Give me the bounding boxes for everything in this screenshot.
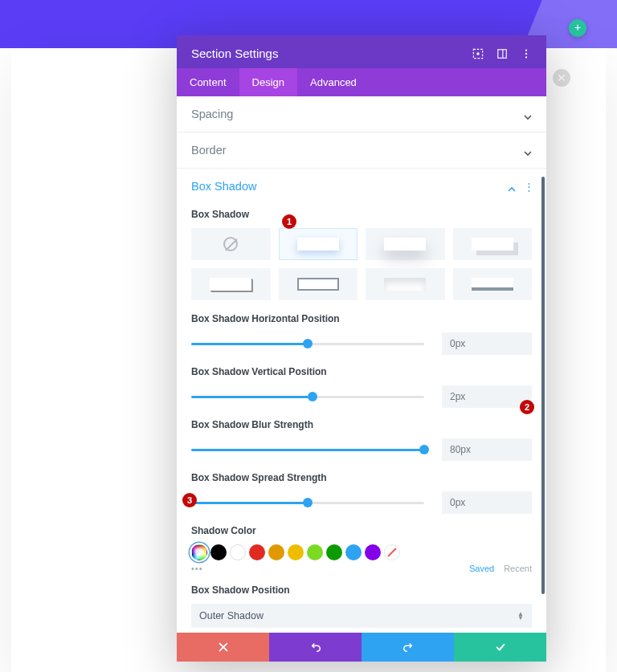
swatch-white[interactable] xyxy=(230,544,246,560)
swatch-lightorange[interactable] xyxy=(288,544,304,560)
redo-icon xyxy=(402,641,414,653)
modal-body: Spacing Border Box Shadow xyxy=(177,96,546,633)
slider-blur-value[interactable]: 80px xyxy=(442,438,532,461)
preset-5[interactable] xyxy=(279,268,358,300)
svg-point-6 xyxy=(525,56,527,58)
modal-tabs: Content Design Advanced xyxy=(177,68,546,96)
preset-7[interactable] xyxy=(453,268,533,300)
swatch-green[interactable] xyxy=(326,544,342,560)
slider-blur: Box Shadow Blur Strength 80px xyxy=(191,419,532,461)
save-button[interactable] xyxy=(454,633,546,662)
close-icon xyxy=(218,641,229,653)
undo-button[interactable] xyxy=(269,633,362,662)
chevron-up-icon xyxy=(508,182,516,190)
swatch-none[interactable] xyxy=(384,544,400,560)
tab-content[interactable]: Content xyxy=(177,68,239,96)
panel-spacing-toggle[interactable]: Spacing xyxy=(177,96,546,132)
modal-header: Section Settings xyxy=(177,35,546,68)
preset-2[interactable] xyxy=(366,228,445,260)
target-icon[interactable] xyxy=(472,48,484,59)
panel-menu-icon[interactable]: ⋮ xyxy=(524,181,532,193)
slider-knob[interactable] xyxy=(419,445,429,454)
chevron-down-icon xyxy=(524,146,532,154)
panel-border-label: Border xyxy=(191,144,524,157)
panel-box-shadow: Box Shadow ⋮ Box Shadow xyxy=(177,169,546,633)
slider-spread-value[interactable]: 0px xyxy=(442,491,532,514)
panel-box-shadow-toggle[interactable]: Box Shadow ⋮ xyxy=(177,169,546,204)
kebab-icon[interactable] xyxy=(521,48,532,59)
close-icon[interactable]: ✕ xyxy=(553,69,570,87)
cancel-button[interactable] xyxy=(177,633,269,662)
slider-knob[interactable] xyxy=(308,392,317,401)
add-button[interactable]: + xyxy=(569,19,586,37)
shadow-presets xyxy=(191,228,532,300)
swatch-orange[interactable] xyxy=(268,544,284,560)
tab-design[interactable]: Design xyxy=(239,68,297,96)
annotation-2: 2 xyxy=(520,400,534,414)
slider-vertical-track[interactable] xyxy=(191,396,424,398)
panel-box-shadow-label: Box Shadow xyxy=(191,180,508,193)
tab-advanced[interactable]: Advanced xyxy=(297,68,370,96)
preset-4[interactable] xyxy=(191,268,271,300)
swatch-black[interactable] xyxy=(210,544,227,560)
color-swatches xyxy=(191,544,532,560)
swatch-red[interactable] xyxy=(249,544,265,560)
slider-vertical-value[interactable]: 2px xyxy=(442,385,532,408)
slider-spread: Box Shadow Spread Strength 0px xyxy=(191,472,532,514)
slider-blur-track[interactable] xyxy=(191,449,424,451)
slider-horizontal-label: Box Shadow Horizontal Position xyxy=(191,313,532,324)
chevron-down-icon xyxy=(524,110,532,118)
svg-point-1 xyxy=(476,52,480,55)
slider-spread-label: Box Shadow Spread Strength xyxy=(191,472,532,483)
presets-label: Box Shadow xyxy=(191,209,532,220)
slider-horizontal: Box Shadow Horizontal Position 0px xyxy=(191,313,532,355)
preset-3[interactable] xyxy=(453,228,533,260)
swatch-recent-tab[interactable]: Recent xyxy=(504,564,532,573)
slider-blur-label: Box Shadow Blur Strength xyxy=(191,419,532,430)
preset-none[interactable] xyxy=(191,228,271,260)
annotation-1: 1 xyxy=(282,214,296,229)
swatch-saved-tab[interactable]: Saved xyxy=(469,564,494,573)
slider-vertical-label: Box Shadow Vertical Position xyxy=(191,366,532,377)
slider-knob[interactable] xyxy=(303,339,313,348)
swatch-more-icon[interactable]: ••• xyxy=(191,564,203,573)
modal-footer xyxy=(177,633,546,662)
modal-title: Section Settings xyxy=(191,47,472,60)
undo-icon xyxy=(310,641,321,653)
preset-1[interactable] xyxy=(279,228,358,260)
swatch-lime[interactable] xyxy=(307,544,323,560)
svg-point-5 xyxy=(525,52,527,54)
select-arrows-icon: ▲▼ xyxy=(517,612,524,620)
slider-spread-track[interactable] xyxy=(191,502,424,504)
swatch-picker[interactable] xyxy=(191,544,207,560)
svg-rect-2 xyxy=(498,49,507,58)
scrollbar[interactable] xyxy=(541,177,545,594)
redo-button[interactable] xyxy=(362,633,454,662)
panel-spacing-label: Spacing xyxy=(191,108,524,120)
panel-border: Border xyxy=(177,132,546,169)
slider-horizontal-value[interactable]: 0px xyxy=(442,332,532,355)
check-icon xyxy=(495,641,506,653)
settings-modal: Section Settings Content Design Advanced… xyxy=(177,35,546,662)
slider-knob[interactable] xyxy=(303,498,313,507)
panel-icon[interactable] xyxy=(496,48,508,59)
panel-spacing: Spacing xyxy=(177,96,546,132)
swatch-blue[interactable] xyxy=(345,544,362,560)
panel-border-toggle[interactable]: Border xyxy=(177,132,546,168)
annotation-3: 3 xyxy=(182,493,197,507)
slider-vertical: Box Shadow Vertical Position 2px xyxy=(191,366,532,408)
preset-6[interactable] xyxy=(366,268,445,300)
slider-horizontal-track[interactable] xyxy=(191,343,424,345)
position-label: Box Shadow Position xyxy=(191,584,532,596)
shadow-color-label: Shadow Color xyxy=(191,525,532,536)
shadow-position-select[interactable]: Outer Shadow ▲▼ xyxy=(191,604,532,628)
svg-point-4 xyxy=(525,49,527,51)
shadow-position-value: Outer Shadow xyxy=(199,610,517,621)
swatch-purple[interactable] xyxy=(365,544,381,560)
